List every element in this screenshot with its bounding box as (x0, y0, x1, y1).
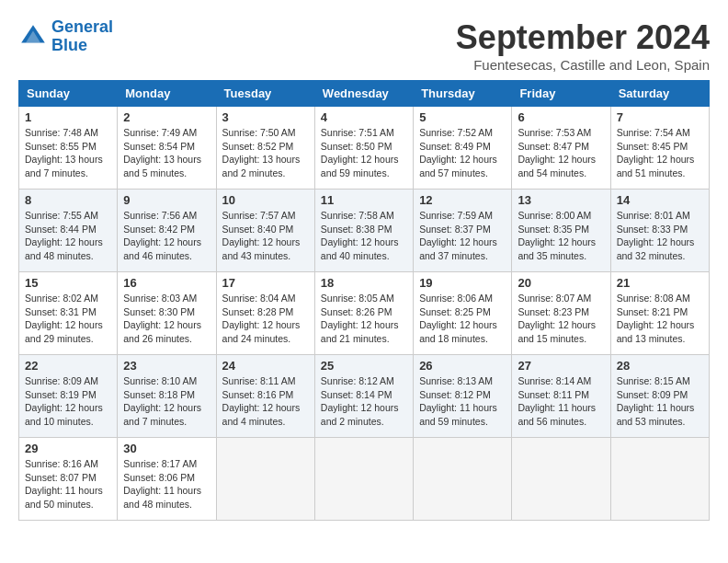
calendar-week-row: 1Sunrise: 7:48 AMSunset: 8:55 PMDaylight… (19, 107, 710, 190)
calendar-cell: 3Sunrise: 7:50 AMSunset: 8:52 PMDaylight… (216, 107, 314, 190)
sunset-text: Sunset: 8:21 PM (617, 305, 703, 319)
day-info: Sunrise: 8:14 AMSunset: 8:11 PMDaylight:… (518, 374, 604, 429)
day-number: 3 (222, 110, 309, 124)
title-area: September 2024 Fuentesecas, Castille and… (456, 18, 710, 73)
calendar-cell: 18Sunrise: 8:05 AMSunset: 8:26 PMDayligh… (314, 272, 413, 355)
header: General Blue September 2024 Fuentesecas,… (18, 18, 710, 73)
day-number: 19 (419, 276, 506, 290)
main-title: September 2024 (456, 18, 710, 57)
sunset-text: Sunset: 8:07 PM (25, 471, 111, 485)
day-info: Sunrise: 8:13 AMSunset: 8:12 PMDaylight:… (419, 374, 506, 429)
col-saturday: Saturday (610, 81, 709, 107)
calendar-cell (216, 438, 314, 521)
day-number: 8 (25, 193, 111, 207)
daylight-text: Daylight: 12 hours and 29 minutes. (25, 318, 111, 345)
day-number: 20 (518, 276, 604, 290)
calendar-cell: 13Sunrise: 8:00 AMSunset: 8:35 PMDayligh… (512, 190, 610, 272)
day-number: 16 (123, 276, 210, 290)
daylight-text: Daylight: 12 hours and 43 minutes. (222, 236, 309, 262)
sunrise-text: Sunrise: 7:57 AM (222, 209, 309, 223)
sunset-text: Sunset: 8:28 PM (222, 305, 309, 319)
daylight-text: Daylight: 12 hours and 32 minutes. (617, 236, 703, 262)
sunrise-text: Sunrise: 8:02 AM (25, 292, 111, 305)
daylight-text: Daylight: 11 hours and 48 minutes. (123, 484, 210, 511)
sunrise-text: Sunrise: 7:54 AM (617, 126, 703, 140)
col-wednesday: Wednesday (314, 81, 413, 107)
daylight-text: Daylight: 12 hours and 24 minutes. (222, 318, 309, 345)
sunset-text: Sunset: 8:09 PM (617, 388, 703, 402)
daylight-text: Daylight: 12 hours and 35 minutes. (518, 236, 604, 262)
calendar-cell: 10Sunrise: 7:57 AMSunset: 8:40 PMDayligh… (216, 190, 314, 272)
sunrise-text: Sunrise: 8:11 AM (222, 374, 309, 388)
sunrise-text: Sunrise: 7:51 AM (321, 126, 407, 140)
sunset-text: Sunset: 8:38 PM (321, 223, 407, 236)
sunset-text: Sunset: 8:25 PM (419, 305, 506, 319)
day-number: 6 (518, 110, 604, 124)
calendar-table: Sunday Monday Tuesday Wednesday Thursday… (18, 80, 710, 521)
day-info: Sunrise: 7:50 AMSunset: 8:52 PMDaylight:… (222, 126, 309, 180)
sunset-text: Sunset: 8:14 PM (321, 388, 407, 402)
calendar-cell: 9Sunrise: 7:56 AMSunset: 8:42 PMDaylight… (118, 190, 216, 272)
sunset-text: Sunset: 8:49 PM (419, 140, 506, 154)
day-info: Sunrise: 8:06 AMSunset: 8:25 PMDaylight:… (419, 292, 506, 346)
daylight-text: Daylight: 11 hours and 50 minutes. (25, 484, 111, 511)
sunset-text: Sunset: 8:55 PM (25, 140, 111, 154)
calendar-cell: 28Sunrise: 8:15 AMSunset: 8:09 PMDayligh… (610, 355, 709, 438)
day-info: Sunrise: 8:04 AMSunset: 8:28 PMDaylight:… (222, 292, 309, 346)
sunset-text: Sunset: 8:50 PM (321, 140, 407, 154)
day-number: 17 (222, 276, 309, 290)
day-number: 24 (222, 359, 309, 373)
sunset-text: Sunset: 8:18 PM (123, 388, 210, 402)
sunset-text: Sunset: 8:31 PM (25, 305, 111, 319)
day-number: 9 (123, 193, 210, 207)
sunset-text: Sunset: 8:33 PM (617, 223, 703, 236)
logo-icon (18, 22, 48, 52)
sunset-text: Sunset: 8:52 PM (222, 140, 309, 154)
day-info: Sunrise: 7:56 AMSunset: 8:42 PMDaylight:… (123, 209, 210, 263)
calendar-cell: 5Sunrise: 7:52 AMSunset: 8:49 PMDaylight… (414, 107, 512, 190)
calendar-cell: 30Sunrise: 8:17 AMSunset: 8:06 PMDayligh… (118, 438, 216, 521)
logo: General Blue (18, 18, 113, 55)
day-number: 27 (518, 359, 604, 373)
sunset-text: Sunset: 8:12 PM (419, 388, 506, 402)
day-number: 22 (25, 359, 111, 373)
day-number: 18 (321, 276, 407, 290)
calendar-cell: 22Sunrise: 8:09 AMSunset: 8:19 PMDayligh… (19, 355, 118, 438)
sunrise-text: Sunrise: 8:01 AM (617, 209, 703, 223)
sunrise-text: Sunrise: 7:53 AM (518, 126, 604, 140)
col-thursday: Thursday (414, 81, 512, 107)
calendar-cell: 7Sunrise: 7:54 AMSunset: 8:45 PMDaylight… (610, 107, 709, 190)
sunrise-text: Sunrise: 8:05 AM (321, 292, 407, 305)
sunrise-text: Sunrise: 7:50 AM (222, 126, 309, 140)
day-info: Sunrise: 7:48 AMSunset: 8:55 PMDaylight:… (25, 126, 111, 180)
calendar-cell: 2Sunrise: 7:49 AMSunset: 8:54 PMDaylight… (118, 107, 216, 190)
day-number: 25 (321, 359, 407, 373)
day-info: Sunrise: 7:52 AMSunset: 8:49 PMDaylight:… (419, 126, 506, 180)
col-tuesday: Tuesday (216, 81, 314, 107)
sunrise-text: Sunrise: 7:59 AM (419, 209, 506, 223)
calendar-cell (314, 438, 413, 521)
day-number: 10 (222, 193, 309, 207)
day-number: 15 (25, 276, 111, 290)
calendar-cell: 21Sunrise: 8:08 AMSunset: 8:21 PMDayligh… (610, 272, 709, 355)
day-number: 13 (518, 193, 604, 207)
day-info: Sunrise: 8:09 AMSunset: 8:19 PMDaylight:… (25, 374, 111, 429)
daylight-text: Daylight: 12 hours and 21 minutes. (321, 318, 407, 345)
calendar-cell: 4Sunrise: 7:51 AMSunset: 8:50 PMDaylight… (314, 107, 413, 190)
daylight-text: Daylight: 12 hours and 4 minutes. (222, 401, 309, 428)
calendar-cell: 15Sunrise: 8:02 AMSunset: 8:31 PMDayligh… (19, 272, 118, 355)
sunrise-text: Sunrise: 8:15 AM (617, 374, 703, 388)
sunrise-text: Sunrise: 7:55 AM (25, 209, 111, 223)
day-number: 21 (617, 276, 703, 290)
day-info: Sunrise: 8:08 AMSunset: 8:21 PMDaylight:… (617, 292, 703, 346)
day-number: 5 (419, 110, 506, 124)
sunset-text: Sunset: 8:35 PM (518, 223, 604, 236)
sunrise-text: Sunrise: 7:49 AM (123, 126, 210, 140)
sunset-text: Sunset: 8:06 PM (123, 471, 210, 485)
daylight-text: Daylight: 12 hours and 37 minutes. (419, 236, 506, 262)
col-sunday: Sunday (19, 81, 118, 107)
col-friday: Friday (512, 81, 610, 107)
day-info: Sunrise: 8:12 AMSunset: 8:14 PMDaylight:… (321, 374, 407, 429)
sunset-text: Sunset: 8:37 PM (419, 223, 506, 236)
subtitle: Fuentesecas, Castille and Leon, Spain (456, 57, 710, 73)
